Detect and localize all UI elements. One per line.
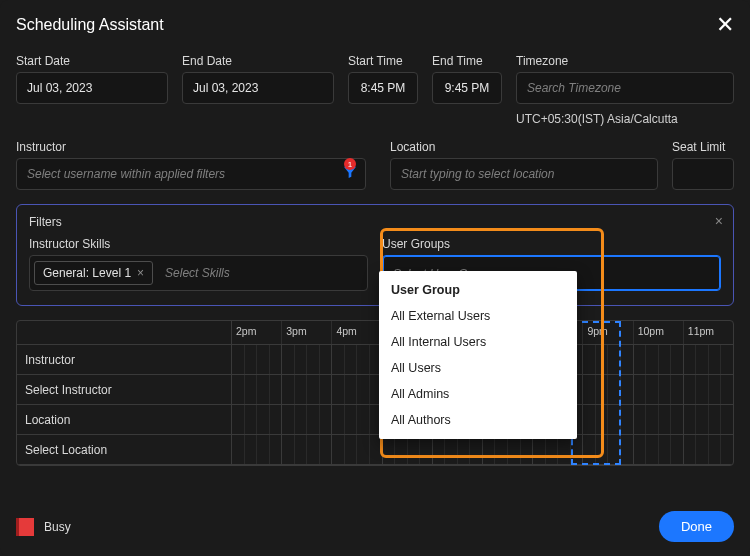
timeline-row-label: Location: [17, 405, 232, 434]
seat-limit-input[interactable]: [672, 158, 734, 190]
close-icon[interactable]: ✕: [716, 14, 734, 36]
start-time-field: Start Time 8:45 PM: [348, 54, 418, 126]
timezone-field: Timezone Search Timezone UTC+05:30(IST) …: [516, 54, 734, 126]
location-field: Location Start typing to select location: [390, 140, 658, 190]
location-input[interactable]: Start typing to select location: [390, 158, 658, 190]
instructor-skills-input[interactable]: General: Level 1 × Select Skills: [29, 255, 368, 291]
dropdown-option[interactable]: All Users: [379, 355, 577, 381]
user-groups-field: User Groups Select User Groups User Grou…: [382, 237, 721, 291]
filters-close-icon[interactable]: ×: [715, 213, 723, 229]
timeline-row: Location: [17, 405, 733, 435]
seat-limit-field: Seat Limit: [672, 140, 734, 190]
skills-placeholder: Select Skills: [159, 260, 363, 286]
dropdown-option[interactable]: All External Users: [379, 303, 577, 329]
dialog-footer: Busy Done: [16, 511, 734, 542]
skill-chip: General: Level 1 ×: [34, 261, 153, 285]
hour-col: 3pm: [282, 321, 332, 344]
timeline-label-col: [17, 321, 232, 344]
seat-limit-label: Seat Limit: [672, 140, 734, 154]
end-time-label: End Time: [432, 54, 502, 68]
filters-label: Filters: [29, 215, 721, 229]
location-label: Location: [390, 140, 658, 154]
timeline-cells[interactable]: [232, 435, 733, 464]
busy-legend: Busy: [16, 518, 71, 536]
end-time-input[interactable]: 9:45 PM: [432, 72, 502, 104]
instructor-label: Instructor: [16, 140, 376, 154]
filter-icon[interactable]: 1: [342, 164, 358, 184]
end-date-field: End Date Jul 03, 2023: [182, 54, 334, 126]
dropdown-option[interactable]: All Authors: [379, 407, 577, 433]
done-button[interactable]: Done: [659, 511, 734, 542]
timezone-note: UTC+05:30(IST) Asia/Calcutta: [516, 112, 734, 126]
timeline-row-label: Instructor: [17, 345, 232, 374]
instructor-input[interactable]: Select username within applied filters: [16, 158, 366, 190]
chip-remove-icon[interactable]: ×: [137, 266, 144, 280]
dropdown-header: User Group: [379, 277, 577, 303]
filter-badge: 1: [344, 158, 356, 170]
instructor-skills-label: Instructor Skills: [29, 237, 368, 251]
hour-col: 4pm: [332, 321, 382, 344]
start-date-label: Start Date: [16, 54, 168, 68]
hour-col: 9pm: [583, 321, 633, 344]
user-groups-label: User Groups: [382, 237, 721, 251]
instructor-skills-field: Instructor Skills General: Level 1 × Sel…: [29, 237, 368, 291]
start-time-label: Start Time: [348, 54, 418, 68]
timezone-input[interactable]: Search Timezone: [516, 72, 734, 104]
skill-chip-text: General: Level 1: [43, 266, 131, 280]
titlebar: Scheduling Assistant ✕: [16, 14, 734, 36]
timezone-label: Timezone: [516, 54, 734, 68]
filters-panel: Filters × Instructor Skills General: Lev…: [16, 204, 734, 306]
instructor-field: Instructor Select username within applie…: [16, 140, 376, 190]
end-time-field: End Time 9:45 PM: [432, 54, 502, 126]
instructor-input-wrap: Select username within applied filters 1: [16, 158, 366, 190]
filters-subrow: Instructor Skills General: Level 1 × Sel…: [29, 237, 721, 291]
datetime-row: Start Date Jul 03, 2023 End Date Jul 03,…: [16, 54, 734, 126]
start-date-field: Start Date Jul 03, 2023: [16, 54, 168, 126]
dropdown-option[interactable]: All Admins: [379, 381, 577, 407]
timeline-row: Instructor: [17, 345, 733, 375]
timeline-row: Select Instructor: [17, 375, 733, 405]
hour-col: 11pm: [684, 321, 733, 344]
busy-label: Busy: [44, 520, 71, 534]
timeline-row-label: Select Location: [17, 435, 232, 464]
dropdown-option[interactable]: All Internal Users: [379, 329, 577, 355]
timeline-row: Select Location: [17, 435, 733, 465]
scheduling-assistant-dialog: Scheduling Assistant ✕ Start Date Jul 03…: [0, 0, 750, 556]
instructor-location-row: Instructor Select username within applie…: [16, 140, 734, 190]
timeline-row-label: Select Instructor: [17, 375, 232, 404]
user-groups-dropdown: User Group All External Users All Intern…: [379, 271, 577, 439]
timeline-grid: 2pm 3pm 4pm 5pm 6pm 7pm 8pm 9pm 10pm 11p…: [16, 320, 734, 466]
busy-swatch: [16, 518, 34, 536]
dialog-title: Scheduling Assistant: [16, 16, 164, 34]
timeline-header: 2pm 3pm 4pm 5pm 6pm 7pm 8pm 9pm 10pm 11p…: [17, 321, 733, 345]
end-date-input[interactable]: Jul 03, 2023: [182, 72, 334, 104]
start-time-input[interactable]: 8:45 PM: [348, 72, 418, 104]
end-date-label: End Date: [182, 54, 334, 68]
hour-col: 10pm: [634, 321, 684, 344]
start-date-input[interactable]: Jul 03, 2023: [16, 72, 168, 104]
hour-col: 2pm: [232, 321, 282, 344]
